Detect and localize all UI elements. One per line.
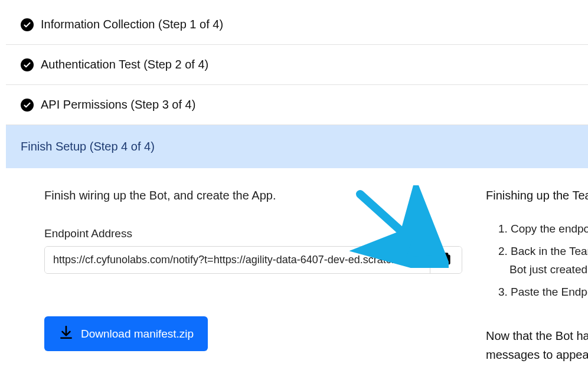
step-2-title: Authentication Test (Step 2 of 4): [41, 58, 208, 71]
right-heading: Finishing up the Teams: [486, 189, 588, 202]
copy-button[interactable]: [430, 247, 462, 273]
endpoint-input[interactable]: [45, 247, 430, 273]
download-icon: [58, 325, 74, 343]
step-4-title: Finish Setup (Step 4 of 4): [21, 140, 155, 153]
endpoint-input-group: [44, 246, 462, 274]
step-4-row-current[interactable]: Finish Setup (Step 4 of 4): [6, 125, 588, 168]
instruction-item: Back in the Teams Bot just created.: [511, 243, 588, 279]
right-paragraph: Now that the Bot has b messages to appea…: [486, 326, 588, 364]
instruction-text: Copy the endpoin: [511, 222, 588, 235]
step-3-title: API Permissions (Step 3 of 4): [41, 98, 195, 112]
check-circle-icon: [21, 99, 34, 112]
download-button-label: Download manifest.zip: [81, 328, 194, 341]
lead-text: Finish wiring up the Bot, and create the…: [44, 189, 462, 202]
step-3-row[interactable]: API Permissions (Step 3 of 4): [6, 84, 588, 125]
step-1-title: Information Collection (Step 1 of 4): [41, 18, 223, 31]
paragraph-line: Now that the Bot has b: [486, 329, 588, 342]
right-column: Finishing up the Teams Copy the endpoin …: [486, 168, 588, 364]
page: Information Collection (Step 1 of 4) Aut…: [0, 0, 588, 383]
endpoint-label: Endpoint Address: [44, 227, 462, 240]
step-1-row[interactable]: Information Collection (Step 1 of 4): [6, 0, 588, 44]
left-column: Finish wiring up the Bot, and create the…: [21, 168, 462, 364]
instruction-text: Paste the Endpoin: [511, 286, 588, 298]
svg-rect-3: [442, 255, 450, 265]
instruction-item: Paste the Endpoin: [511, 283, 588, 301]
clipboard-icon: [440, 253, 452, 267]
download-manifest-button[interactable]: Download manifest.zip: [44, 316, 208, 351]
step-2-row[interactable]: Authentication Test (Step 2 of 4): [6, 44, 588, 84]
instruction-item: Copy the endpoin: [511, 220, 588, 238]
instruction-text: Bot just created.: [509, 263, 588, 276]
check-circle-icon: [21, 58, 34, 71]
check-circle-icon: [21, 18, 34, 31]
instruction-text: Back in the Teams: [511, 245, 588, 257]
step-4-content: Finish wiring up the Bot, and create the…: [6, 168, 588, 364]
paragraph-line: messages to appear in: [486, 348, 588, 361]
svg-rect-4: [444, 253, 448, 256]
instructions-list: Copy the endpoin Back in the Teams Bot j…: [486, 220, 588, 302]
